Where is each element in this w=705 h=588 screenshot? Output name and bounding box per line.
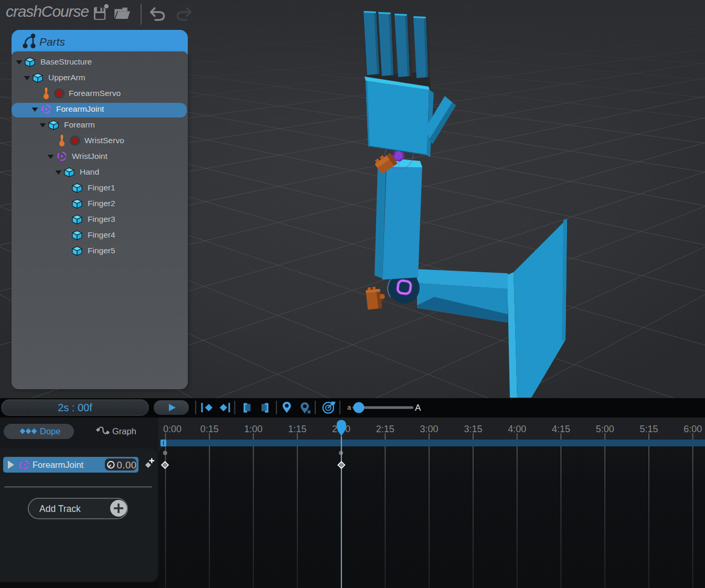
svg-text:3:00: 3:00	[420, 424, 439, 434]
svg-text:2:15: 2:15	[376, 424, 394, 434]
svg-text:4:15: 4:15	[552, 424, 570, 434]
svg-text:Add Track: Add Track	[39, 504, 81, 514]
svg-text:Dope: Dope	[40, 426, 60, 436]
svg-text:5:00: 5:00	[596, 424, 614, 434]
svg-text:0:00: 0:00	[163, 424, 181, 434]
svg-text:ForearmJoint: ForearmJoint	[33, 460, 84, 469]
svg-text:0.00: 0.00	[117, 459, 137, 471]
svg-text:3:15: 3:15	[464, 424, 482, 434]
svg-text:1:15: 1:15	[288, 424, 306, 434]
svg-text:a: a	[347, 403, 351, 411]
svg-text:0:15: 0:15	[200, 424, 219, 434]
svg-text:1:00: 1:00	[244, 424, 262, 434]
svg-text:4:00: 4:00	[508, 424, 526, 434]
svg-text:Graph: Graph	[112, 426, 136, 436]
svg-text:A: A	[415, 403, 421, 413]
svg-text:2s : 00f: 2s : 00f	[58, 402, 92, 413]
svg-text:5:15: 5:15	[639, 424, 658, 434]
svg-text:6:00: 6:00	[683, 424, 702, 434]
